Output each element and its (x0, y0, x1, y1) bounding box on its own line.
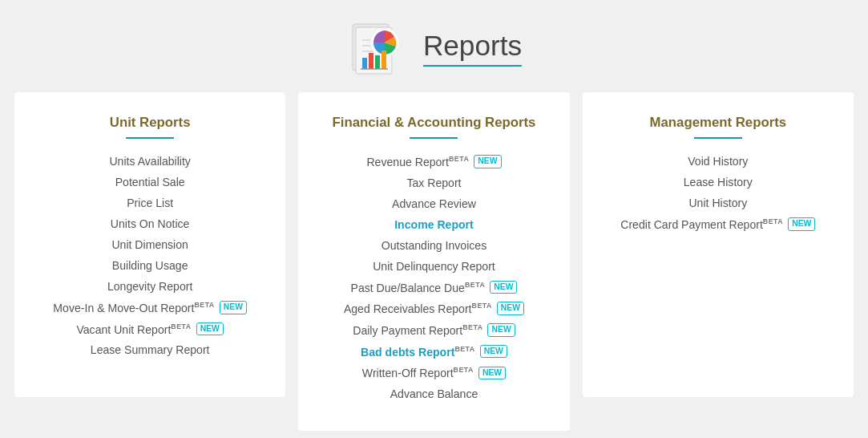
list-item: Unit History (599, 197, 838, 209)
report-link[interactable]: Void History (688, 155, 748, 168)
list-item: Lease History (599, 176, 838, 189)
new-badge: NEW (220, 301, 247, 314)
cards-container: Unit Reports Units AvailabilityPotential… (0, 92, 868, 438)
report-link[interactable]: Unit Dimension (111, 238, 188, 251)
report-link[interactable]: Unit Delinquency Report (373, 260, 495, 273)
financial-reports-list: Revenue ReportBETANEWTax ReportAdvance R… (314, 155, 553, 400)
list-item: Revenue ReportBETANEW (314, 155, 553, 168)
report-link[interactable]: Past Due/Balance DueBETA (351, 281, 486, 294)
management-reports-list: Void HistoryLease HistoryUnit HistoryCre… (599, 155, 838, 231)
beta-badge: BETA (194, 301, 214, 309)
unit-reports-list: Units AvailabilityPotential SalePrice Li… (30, 155, 269, 356)
svg-rect-9 (382, 51, 386, 69)
list-item: Outstanding Invoices (314, 239, 553, 252)
report-link[interactable]: Aged Receivables ReportBETA (344, 302, 492, 315)
beta-badge: BETA (449, 155, 469, 163)
report-link[interactable]: Written-Off ReportBETA (362, 366, 474, 379)
beta-badge: BETA (454, 345, 474, 353)
beta-badge: BETA (465, 281, 485, 289)
list-item: Aged Receivables ReportBETANEW (314, 302, 553, 315)
list-item: Advance Review (314, 197, 553, 210)
beta-badge: BETA (472, 302, 492, 310)
svg-rect-7 (369, 53, 373, 69)
reports-icon (346, 16, 410, 80)
new-badge: NEW (480, 345, 507, 358)
report-link[interactable]: Tax Report (406, 176, 461, 189)
report-link[interactable]: Move-In & Move-Out ReportBETA (53, 301, 214, 314)
list-item: Units On Notice (30, 217, 269, 230)
report-link[interactable]: Units Availability (109, 155, 190, 168)
report-link[interactable]: Lease Summary Report (91, 343, 210, 356)
new-badge: NEW (487, 323, 515, 336)
list-item: Building Usage (30, 259, 269, 272)
report-link[interactable]: Advance Review (392, 197, 476, 210)
list-item: Bad debts ReportBETANEW (314, 345, 553, 359)
report-link[interactable]: Potential Sale (115, 176, 185, 189)
report-link[interactable]: Unit History (688, 197, 747, 209)
list-item: Income Report (314, 218, 553, 231)
list-item: Past Due/Balance DueBETANEW (314, 281, 553, 294)
report-link[interactable]: Outstanding Invoices (382, 239, 486, 252)
report-link[interactable]: Credit Card Payment ReportBETA (620, 217, 783, 231)
management-reports-title: Management Reports (599, 115, 838, 131)
beta-badge: BETA (462, 323, 482, 331)
list-item: Void History (599, 155, 838, 168)
management-reports-card: Management Reports Void HistoryLease His… (583, 92, 854, 397)
report-link[interactable]: Daily Payment ReportBETA (353, 323, 482, 337)
list-item: Lease Summary Report (30, 343, 269, 356)
report-link[interactable]: Longevity Report (107, 280, 192, 293)
list-item: Move-In & Move-Out ReportBETANEW (30, 301, 269, 314)
new-badge: NEW (474, 155, 501, 168)
report-link[interactable]: Lease History (684, 176, 753, 189)
report-link[interactable]: Building Usage (112, 259, 188, 272)
list-item: Price List (30, 197, 269, 209)
unit-reports-card: Unit Reports Units AvailabilityPotential… (14, 92, 285, 397)
report-link[interactable]: Income Report (394, 218, 474, 231)
list-item: Advance Balance (314, 387, 553, 400)
beta-badge: BETA (454, 366, 474, 374)
list-item: Potential Sale (30, 176, 269, 189)
beta-badge: BETA (763, 217, 783, 225)
new-badge: NEW (497, 302, 524, 314)
list-item: Daily Payment ReportBETANEW (314, 323, 553, 337)
unit-reports-title: Unit Reports (30, 115, 269, 131)
list-item: Vacant Unit ReportBETANEW (30, 322, 269, 336)
page-header: Reports (0, 0, 868, 92)
list-item: Unit Dimension (30, 238, 269, 251)
list-item: Written-Off ReportBETANEW (314, 366, 553, 379)
report-link[interactable]: Price List (127, 197, 173, 209)
page-title: Reports (423, 30, 522, 67)
new-badge: NEW (196, 322, 224, 335)
report-link[interactable]: Advance Balance (390, 387, 478, 400)
new-badge: NEW (478, 367, 506, 379)
new-badge: NEW (490, 281, 517, 294)
report-link[interactable]: Bad debts ReportBETA (361, 345, 475, 359)
list-item: Credit Card Payment ReportBETANEW (599, 217, 838, 231)
management-reports-divider (694, 137, 742, 139)
svg-rect-8 (375, 55, 380, 69)
unit-reports-divider (126, 137, 174, 139)
financial-reports-title: Financial & Accounting Reports (314, 115, 553, 131)
list-item: Longevity Report (30, 280, 269, 293)
financial-reports-card: Financial & Accounting Reports Revenue R… (298, 92, 569, 431)
financial-reports-divider (410, 137, 458, 139)
list-item: Units Availability (30, 155, 269, 168)
new-badge: NEW (788, 217, 815, 230)
svg-rect-6 (362, 58, 367, 69)
beta-badge: BETA (171, 322, 191, 331)
report-link[interactable]: Units On Notice (111, 217, 190, 230)
report-link[interactable]: Vacant Unit ReportBETA (76, 322, 191, 336)
report-link[interactable]: Revenue ReportBETA (366, 155, 469, 168)
list-item: Unit Delinquency Report (314, 260, 553, 273)
list-item: Tax Report (314, 176, 553, 189)
